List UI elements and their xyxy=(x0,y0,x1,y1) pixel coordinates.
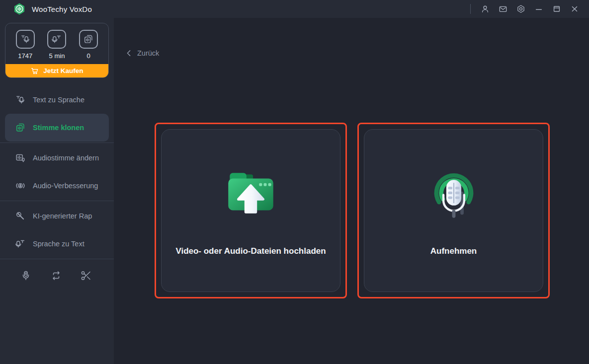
maximize-icon[interactable] xyxy=(550,2,563,15)
close-icon[interactable] xyxy=(568,2,581,15)
credits-panel: 1747 5 min xyxy=(5,23,109,78)
sidebar-item-label: Sprache zu Text xyxy=(33,240,84,248)
titlebar-controls xyxy=(470,2,589,15)
sidebar-item-sprache-zu-text[interactable]: Sprache zu Text xyxy=(0,230,114,258)
upload-card-label: Video- oder Audio-Dateien hochladen xyxy=(166,246,336,256)
sidebar-item-label: Audio-Verbesserung xyxy=(33,182,98,190)
speech-to-text-icon xyxy=(47,30,66,49)
ai-rap-icon xyxy=(15,211,26,221)
sidebar-item-stimme-klonen[interactable]: Stimme klonen xyxy=(5,114,109,142)
audio-voice-change-icon xyxy=(15,152,26,163)
sidebar-divider xyxy=(0,143,114,143)
buy-now-label: Jetzt Kaufen xyxy=(43,67,83,74)
sidebar: 1747 5 min xyxy=(0,18,114,364)
back-label: Zurück xyxy=(137,49,159,57)
sidebar-item-ki-generierter-rap[interactable]: KI-generierter Rap xyxy=(0,202,114,230)
record-card[interactable]: Aufnehmen xyxy=(357,123,550,298)
upload-card[interactable]: Video- oder Audio-Dateien hochladen xyxy=(155,123,347,298)
main-content: Zurück xyxy=(114,18,589,364)
sidebar-item-label: Text zu Sprache xyxy=(33,96,84,104)
voice-clone-icon xyxy=(15,122,26,133)
titlebar-divider xyxy=(470,4,471,14)
voice-clone-icon xyxy=(79,30,98,49)
stat-stt-minutes: 5 min xyxy=(43,30,71,60)
sidebar-item-text-zu-sprache[interactable]: Text zu Sprache xyxy=(0,86,114,114)
sidebar-divider xyxy=(0,259,114,259)
text-to-speech-icon xyxy=(16,30,35,49)
sidebar-footer-icons xyxy=(0,261,114,290)
user-icon[interactable] xyxy=(479,2,492,15)
stat-value: 0 xyxy=(87,52,90,60)
record-card-inner: Aufnehmen xyxy=(364,129,543,292)
sidebar-menu: Text zu Sprache Stimme klonen xyxy=(0,86,114,290)
microphone-icon[interactable] xyxy=(20,270,32,282)
repeat-icon[interactable] xyxy=(50,270,62,282)
stat-value: 1747 xyxy=(18,52,32,60)
minimize-icon[interactable] xyxy=(532,2,545,15)
speech-to-text-icon xyxy=(15,238,26,249)
sidebar-item-label: KI-generierter Rap xyxy=(33,212,92,220)
buy-now-button[interactable]: Jetzt Kaufen xyxy=(5,64,108,77)
credits-row: 1747 5 min xyxy=(5,23,108,64)
mail-icon[interactable] xyxy=(497,2,509,15)
stat-value: 5 min xyxy=(49,52,65,60)
stat-tts-credits: 1747 xyxy=(11,30,39,60)
sidebar-divider xyxy=(0,201,114,201)
record-card-label: Aufnehmen xyxy=(421,246,487,256)
record-microphone-icon xyxy=(426,165,482,223)
chevron-left-icon xyxy=(126,49,132,57)
app-title: WooTechy VoxDo xyxy=(32,5,92,13)
stat-clone-count: 0 xyxy=(75,30,102,60)
sidebar-item-audiostimme-aendern[interactable]: Audiostimme ändern xyxy=(0,144,114,172)
back-button[interactable]: Zurück xyxy=(126,49,159,57)
audio-enhance-icon xyxy=(15,180,26,191)
text-to-speech-icon xyxy=(15,94,26,105)
upload-card-inner: Video- oder Audio-Dateien hochladen xyxy=(161,129,340,292)
sidebar-item-audio-verbesserung[interactable]: Audio-Verbesserung xyxy=(0,172,114,200)
sidebar-item-label: Stimme klonen xyxy=(33,124,84,132)
app-logo-icon xyxy=(13,2,26,15)
sidebar-item-label: Audiostimme ändern xyxy=(33,154,99,162)
scissors-icon[interactable] xyxy=(80,270,92,282)
titlebar: WooTechy VoxDo xyxy=(0,0,589,18)
option-cards: Video- oder Audio-Dateien hochladen xyxy=(155,123,550,298)
folder-upload-icon xyxy=(221,165,281,223)
settings-icon[interactable] xyxy=(514,2,527,15)
cart-icon xyxy=(30,67,39,75)
